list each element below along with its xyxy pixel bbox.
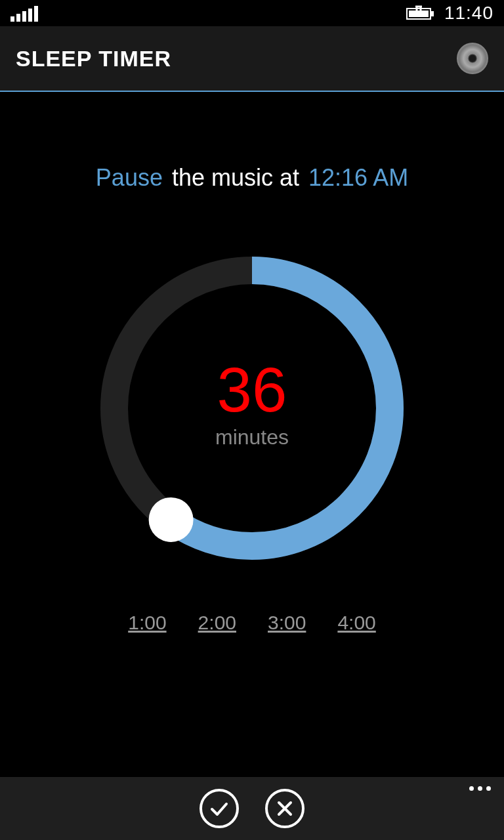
signal-icon (10, 5, 38, 22)
sentence-mid: the music at (172, 164, 299, 192)
disc-icon[interactable] (457, 43, 488, 74)
confirm-button[interactable] (200, 789, 239, 828)
preset-2[interactable]: 2:00 (198, 612, 236, 634)
preset-1[interactable]: 1:00 (128, 612, 166, 634)
target-time-link[interactable]: 12:16 AM (308, 164, 408, 192)
preset-4[interactable]: 4:00 (337, 612, 375, 634)
timer-sentence: Pause the music at 12:16 AM (0, 164, 504, 192)
app-bar (0, 777, 504, 840)
battery-icon (406, 5, 435, 21)
check-icon (208, 797, 230, 820)
status-bar: 11:40 (0, 0, 504, 26)
timer-value: 36 (215, 358, 289, 421)
dial-handle (149, 497, 194, 542)
preset-row: 1:00 2:00 3:00 4:00 (0, 612, 504, 634)
close-icon (275, 799, 295, 818)
status-clock: 11:40 (444, 3, 494, 24)
svg-rect-2 (409, 10, 429, 17)
more-button[interactable] (469, 786, 491, 791)
timer-dial[interactable]: 36 minutes (94, 251, 410, 566)
app-header: SLEEP TIMER (0, 26, 504, 92)
preset-3[interactable]: 3:00 (268, 612, 306, 634)
main-content: Pause the music at 12:16 AM 36 minutes 1… (0, 92, 504, 634)
svg-rect-1 (430, 11, 434, 16)
cancel-button[interactable] (265, 789, 304, 828)
action-link[interactable]: Pause (96, 164, 163, 192)
app-title: SLEEP TIMER (16, 46, 171, 72)
timer-unit: minutes (215, 425, 289, 450)
